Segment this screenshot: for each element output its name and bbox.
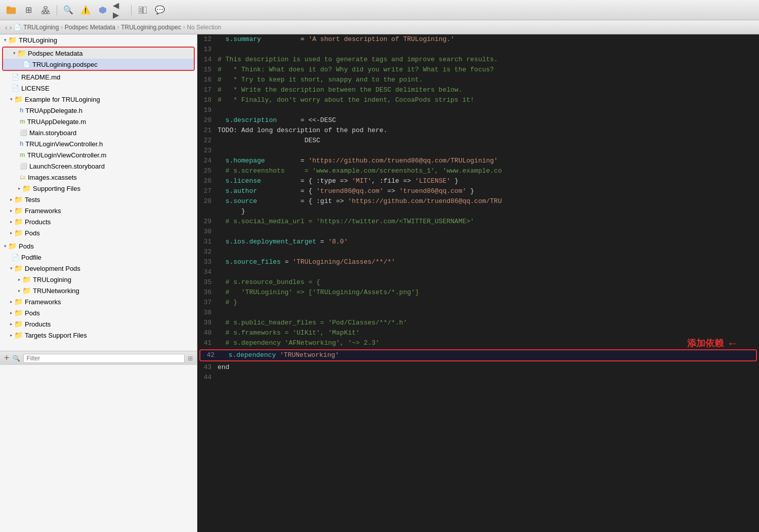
line-content-14: # This description is used to generate t…	[218, 55, 759, 65]
search-toolbar-icon[interactable]: 🔍	[61, 3, 75, 17]
svg-rect-5	[47, 12, 50, 14]
code-line-26: 26 s.license = { :type => 'MIT', :file =…	[197, 176, 759, 186]
triangle-targets-support[interactable]	[10, 333, 13, 338]
grid-toolbar-icon[interactable]: ⊞	[21, 3, 35, 17]
sidebar-item-products-1[interactable]: 📁 Products	[0, 216, 197, 227]
triangle-products-2[interactable]	[10, 321, 13, 326]
triangle-trunetworking-pod[interactable]	[18, 288, 21, 293]
triangle-supporting[interactable]	[18, 186, 21, 191]
sidebar-label-products-1: Products	[25, 218, 51, 226]
sidebar-label-launch-storyboard: LaunchScreen.storyboard	[29, 162, 105, 170]
sidebar-item-login-vc-m[interactable]: m TRULoginViewController.m	[0, 149, 197, 160]
sidebar-item-readme[interactable]: 📄 README.md	[0, 71, 197, 83]
diff-toolbar-icon[interactable]	[136, 3, 150, 17]
triangle-podspec-metadata[interactable]	[13, 51, 16, 56]
sidebar-label-tests: Tests	[25, 196, 40, 203]
sidebar-item-pods-1[interactable]: 📁 Pods	[0, 227, 197, 238]
sidebar-item-main-storyboard[interactable]: ⬜ Main.storyboard	[0, 127, 197, 138]
line-number-28: 28	[197, 196, 218, 207]
sidebar-item-targets-support[interactable]: 📁 Targets Support Files	[0, 330, 197, 341]
sidebar-item-trunetworking-pod[interactable]: 📁 TRUNetworking	[0, 285, 197, 296]
triangle-frameworks-2[interactable]	[10, 299, 13, 304]
triangle-example[interactable]	[10, 97, 13, 102]
filter-options-icon[interactable]: ⊞	[188, 355, 193, 362]
triangle-pods-2[interactable]	[10, 310, 13, 315]
triangle-trulogining-pod[interactable]	[18, 277, 21, 282]
line-number-40: 40	[197, 328, 218, 338]
line-number-23: 23	[197, 146, 218, 156]
breadcrumb: ‹ › 📄 TRULogining › Podspec Metadata › T…	[0, 20, 759, 34]
sidebar-item-frameworks-1[interactable]: 📁 Frameworks	[0, 205, 197, 216]
sidebar-item-login-vc-h[interactable]: h TRULoginViewController.h	[0, 138, 197, 149]
code-line-28b: }	[197, 207, 759, 217]
sidebar-item-pods-2[interactable]: 📁 Pods	[0, 307, 197, 318]
line-content-43: end	[218, 362, 759, 373]
sidebar-item-license[interactable]: 📄 LICENSE	[0, 83, 197, 94]
editor-content[interactable]: 12 s.summary = 'A short description of T…	[197, 34, 759, 532]
line-content-30	[218, 227, 759, 237]
triangle-pods-root[interactable]	[4, 243, 7, 249]
line-content-35: # s.resource_bundles = {	[218, 277, 759, 288]
line-number-17: 17	[197, 85, 218, 95]
hierarchy-toolbar-icon[interactable]	[38, 3, 53, 17]
sidebar-item-podspec-file[interactable]: 📄 TRULogining.podspec	[3, 59, 194, 70]
breadcrumb-trulogining[interactable]: TRULogining	[23, 24, 59, 31]
triangle-trulogining[interactable]	[4, 37, 7, 43]
code-line-15: 15 # * Think: What does it do? Why did y…	[197, 65, 759, 75]
add-button[interactable]: +	[4, 353, 10, 363]
sidebar-label-frameworks-1: Frameworks	[25, 207, 61, 215]
code-line-29: 29 # s.social_media_url = 'https://twitt…	[197, 217, 759, 227]
line-content-20: s.description = <<-DESC	[218, 115, 759, 126]
sidebar-item-supporting-files[interactable]: 📁 Supporting Files	[0, 183, 197, 194]
breadcrumb-no-selection: No Selection	[187, 24, 221, 31]
sidebar-bottom-bar: + 🔍 ⊞	[0, 351, 197, 365]
sidebar-item-dev-pods[interactable]: 📁 Development Pods	[0, 263, 197, 274]
scheme-toolbar-icon[interactable]: ◀ ▶	[113, 3, 127, 17]
filter-input[interactable]	[23, 354, 185, 363]
breadcrumb-nav-forward[interactable]: ›	[10, 23, 12, 31]
breadcrumb-nav-back[interactable]: ‹	[5, 23, 8, 31]
triangle-frameworks-1[interactable]	[10, 208, 13, 213]
comment-toolbar-icon[interactable]: 💬	[153, 3, 167, 17]
line-number-18: 18	[197, 95, 218, 105]
line-number-21: 21	[197, 126, 218, 136]
sidebar-item-podspec-metadata[interactable]: 📁 Podspec Metadata	[3, 48, 194, 59]
sidebar-item-launch-storyboard[interactable]: ⬜ LaunchScreen.storyboard	[0, 160, 197, 172]
sidebar-item-frameworks-2[interactable]: 📁 Frameworks	[0, 296, 197, 307]
line-number-27: 27	[197, 186, 218, 196]
sidebar-item-images-xcassets[interactable]: 🗂 Images.xcassets	[0, 172, 197, 183]
sidebar-item-trulogining-root[interactable]: 📁 TRULogining	[0, 34, 197, 46]
sidebar-item-app-delegate-h[interactable]: h TRUAppDelegate.h	[0, 105, 197, 116]
line-content-40: # s.frameworks = 'UIKit', 'MapKit'	[218, 328, 759, 338]
triangle-tests[interactable]	[10, 197, 13, 202]
line-number-33: 33	[197, 257, 218, 267]
folder-toolbar-icon[interactable]	[4, 3, 18, 17]
line-number-43: 43	[197, 362, 218, 373]
breakpoint-toolbar-icon[interactable]	[96, 3, 110, 17]
line-content-39: # s.public_header_files = 'Pod/Classes/*…	[218, 318, 759, 328]
code-line-37: 37 # }	[197, 298, 759, 308]
line-number-24: 24	[197, 156, 218, 166]
triangle-dev-pods[interactable]	[10, 266, 13, 271]
toolbar-sep-2	[131, 5, 132, 15]
breadcrumb-podspec-metadata[interactable]: Podspec Metadata	[65, 24, 115, 31]
line-number-26: 26	[197, 176, 218, 186]
warning-toolbar-icon[interactable]: ⚠️	[78, 3, 93, 17]
svg-rect-2	[44, 7, 47, 9]
triangle-products-1[interactable]	[10, 219, 13, 224]
sidebar-item-app-delegate-m[interactable]: m TRUAppDelegate.m	[0, 116, 197, 127]
sidebar-item-example-group[interactable]: 📁 Example for TRULogining	[0, 94, 197, 105]
sidebar-item-tests[interactable]: 📁 Tests	[0, 194, 197, 205]
sidebar-item-pods-root[interactable]: 📁 Pods	[0, 240, 197, 252]
annotation-text: 添加依赖 ←	[687, 338, 739, 348]
toolbar-sep-1	[57, 5, 57, 15]
line-content-12: s.summary = 'A short description of TRUL…	[218, 34, 759, 45]
line-content-33: s.source_files = 'TRULogining/Classes/**…	[218, 257, 759, 267]
sidebar-item-trulogining-pod[interactable]: 📁 TRULogining	[0, 274, 197, 285]
line-number-32: 32	[197, 247, 218, 257]
sidebar-label-login-vc-h: TRULoginViewController.h	[25, 140, 103, 148]
breadcrumb-podspec-file[interactable]: TRULogining.podspec	[121, 24, 181, 31]
sidebar-item-podfile[interactable]: 📄 Podfile	[0, 252, 197, 263]
triangle-pods-1[interactable]	[10, 230, 13, 235]
sidebar-item-products-2[interactable]: 📁 Products	[0, 318, 197, 330]
